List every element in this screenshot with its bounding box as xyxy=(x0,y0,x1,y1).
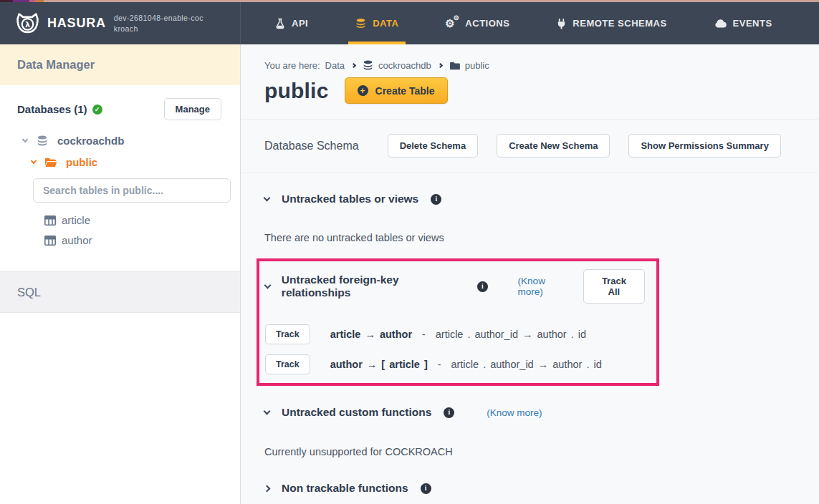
flask-icon xyxy=(275,18,285,29)
untracked-fk-section-header: Untracked foreign-key relationships i (K… xyxy=(265,269,645,304)
gears-icon: ⚙⚙ xyxy=(446,17,459,29)
untracked-fk-highlight-box: Untracked foreign-key relationships i (K… xyxy=(257,258,659,386)
track-button[interactable]: Track xyxy=(265,324,310,344)
chevron-down-icon[interactable] xyxy=(264,407,271,415)
table-icon xyxy=(44,215,56,226)
chevron-down-icon[interactable] xyxy=(264,194,271,201)
info-icon[interactable]: i xyxy=(431,194,441,205)
search-tables-input[interactable] xyxy=(33,178,231,203)
breadcrumb: You are here: Data cockroachdb p xyxy=(264,60,819,71)
chevron-right-icon[interactable] xyxy=(264,485,271,492)
project-name: dev-2681048-enable-cockroach xyxy=(114,13,207,33)
plus-circle-icon: + xyxy=(358,85,368,96)
fk-relationship-name: article → author xyxy=(330,329,412,340)
nav-item-api[interactable]: API xyxy=(275,2,308,44)
database-icon xyxy=(37,135,48,147)
tree-item-schema[interactable]: public xyxy=(17,156,221,168)
sql-label: SQL xyxy=(17,286,41,299)
folder-icon xyxy=(449,62,460,70)
nav-label: ACTIONS xyxy=(465,18,509,29)
nav-label: API xyxy=(292,18,308,29)
check-circle-icon: ✓ xyxy=(92,105,102,115)
table-name: author xyxy=(62,234,92,246)
database-schema-label: Database Schema xyxy=(264,140,359,152)
fk-relationship-detail: article . author_id → author . id xyxy=(451,359,601,370)
fk-separator: - xyxy=(422,329,426,340)
nav-label: REMOTE SCHEMAS xyxy=(573,18,666,29)
fk-separator: - xyxy=(438,359,441,370)
breadcrumb-prefix: You are here: xyxy=(264,60,320,71)
section-title: Untracked foreign-key relationships xyxy=(282,273,466,299)
sidebar-item-sql[interactable]: SQL xyxy=(0,271,240,313)
nav-item-remote-schemas[interactable]: REMOTE SCHEMAS xyxy=(557,2,666,44)
table-icon xyxy=(44,236,56,246)
database-name: cockroachdb xyxy=(57,135,124,147)
divider xyxy=(241,173,819,173)
section-title: Untracked tables or views xyxy=(282,193,418,205)
fk-relationship-detail: article . author_id → author . id xyxy=(436,329,586,340)
breadcrumb-item-schema[interactable]: public xyxy=(465,60,489,71)
tree-item-database[interactable]: cockroachdb xyxy=(17,135,221,147)
data-manager-header[interactable]: Data Manager xyxy=(0,44,240,85)
section-title: Untracked custom functions xyxy=(282,406,431,419)
non-trackable-functions-section-header[interactable]: Non trackable functions i xyxy=(264,482,819,495)
breadcrumb-item-database[interactable]: cockroachdb xyxy=(378,60,431,71)
schema-actions-row: Database Schema Delete Schema Create New… xyxy=(264,134,819,158)
info-icon[interactable]: i xyxy=(477,281,488,292)
nav-item-events[interactable]: EVENTS xyxy=(714,2,772,44)
main-content: You are here: Data cockroachdb p xyxy=(241,44,819,504)
brand-name: HASURA xyxy=(47,16,106,31)
folder-open-icon xyxy=(44,158,57,168)
hasura-logo-icon: λ xyxy=(14,12,41,34)
database-tree: cockroachdb public xyxy=(17,135,221,246)
know-more-link[interactable]: (Know more) xyxy=(487,407,542,418)
create-new-schema-button[interactable]: Create New Schema xyxy=(497,134,610,158)
cloud-icon xyxy=(714,19,727,28)
page-title: public xyxy=(264,79,329,103)
divider xyxy=(241,119,819,120)
chevron-right-icon xyxy=(351,63,356,68)
chevron-right-icon xyxy=(438,63,443,68)
app-header: λ HASURA dev-2681048-enable-cockroach AP… xyxy=(0,2,819,44)
show-permissions-summary-button[interactable]: Show Permissions Summary xyxy=(628,134,780,158)
nav-item-data[interactable]: DATA xyxy=(355,2,398,44)
nav-label: EVENTS xyxy=(733,18,772,29)
untracked-functions-empty-text: Currently unsupported for COCKROACH xyxy=(264,446,819,457)
table-name: article xyxy=(62,214,90,226)
fk-relationship-name: author → [ article ] xyxy=(330,359,428,370)
brand-zone[interactable]: λ HASURA dev-2681048-enable-cockroach xyxy=(0,2,241,44)
create-table-button[interactable]: + Create Table xyxy=(345,77,448,104)
active-tab-underline xyxy=(348,42,406,44)
database-icon xyxy=(355,18,366,29)
manage-button[interactable]: Manage xyxy=(164,98,221,120)
track-button[interactable]: Track xyxy=(265,354,310,374)
untracked-functions-section-header[interactable]: Untracked custom functions i (Know more) xyxy=(264,406,819,419)
untracked-tables-section-header[interactable]: Untracked tables or views i xyxy=(264,193,819,205)
fk-relationship-row: Track article → author - article . autho… xyxy=(265,324,645,344)
section-title: Non trackable functions xyxy=(282,482,408,495)
info-icon[interactable]: i xyxy=(444,407,454,418)
breadcrumb-item-data[interactable]: Data xyxy=(325,60,345,71)
track-all-button[interactable]: Track All xyxy=(583,269,645,304)
tree-item-table-author[interactable]: author xyxy=(17,234,221,246)
delete-schema-button[interactable]: Delete Schema xyxy=(388,134,479,158)
nav-label: DATA xyxy=(373,18,398,29)
nav-item-actions[interactable]: ⚙⚙ ACTIONS xyxy=(446,2,509,44)
know-more-link[interactable]: (Know more) xyxy=(518,276,572,297)
svg-text:λ: λ xyxy=(25,20,30,29)
databases-count-label: Databases (1) xyxy=(17,103,87,115)
chevron-down-icon[interactable] xyxy=(31,158,37,163)
fk-relationship-row: Track author → [ article ] - article . a… xyxy=(265,354,645,374)
chevron-down-icon[interactable] xyxy=(264,281,272,289)
schema-name: public xyxy=(66,156,97,168)
sidebar: Data Manager Databases (1) ✓ Manage xyxy=(0,44,241,504)
info-icon[interactable]: i xyxy=(421,483,431,494)
data-manager-title: Data Manager xyxy=(17,58,95,72)
chevron-down-icon[interactable] xyxy=(22,136,28,142)
plug-icon xyxy=(557,18,566,29)
untracked-tables-empty-text: There are no untracked tables or views xyxy=(264,232,819,243)
top-nav: API DATA ⚙⚙ ACTIONS xyxy=(241,2,819,44)
tree-item-table-article[interactable]: article xyxy=(17,214,221,226)
database-icon xyxy=(363,60,373,71)
